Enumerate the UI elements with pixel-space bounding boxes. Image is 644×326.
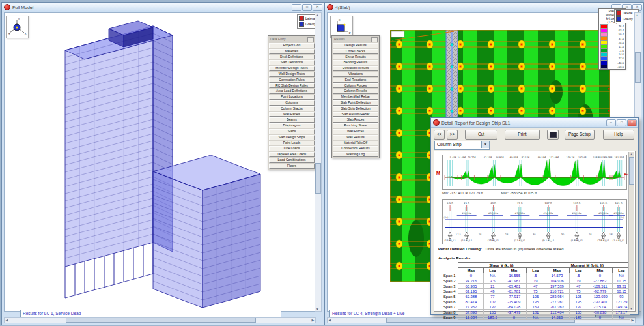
table-cell: -77.917 bbox=[501, 294, 527, 299]
full-model-titlebar[interactable]: Full Model – □ ✕ bbox=[2, 3, 324, 12]
svg-text:(1.4-R)_L1: (1.4-R)_L1 bbox=[613, 239, 624, 242]
panel-collapse-icon[interactable] bbox=[307, 37, 314, 42]
data-entry-load-combinations[interactable]: Load Combinations bbox=[269, 158, 315, 163]
results-connection-results[interactable]: Connection Results bbox=[333, 146, 378, 151]
data-entry-member-design-rules[interactable]: Member Design Rules bbox=[269, 66, 315, 71]
results-end-reactions[interactable]: End Reactions bbox=[333, 78, 378, 83]
scroll-thumb[interactable] bbox=[315, 163, 321, 194]
data-entry-project-grid[interactable]: Project Grid bbox=[269, 43, 315, 48]
restore-icon[interactable]: □ bbox=[617, 119, 626, 126]
dropdown-arrow-icon[interactable]: ▼ bbox=[481, 141, 489, 148]
cut-button[interactable]: Cut bbox=[465, 130, 497, 140]
moment-min-text: Min: -137.401 at 121.29 ft bbox=[442, 191, 483, 195]
data-entry-wall-design-rules[interactable]: Wall Design Rules bbox=[269, 72, 315, 77]
copy-image-button[interactable] bbox=[547, 130, 559, 140]
scroll-up-icon[interactable]: ▲ bbox=[629, 152, 634, 156]
results-warning-log[interactable]: Warning Log bbox=[333, 152, 378, 157]
table-cell: 60.15 bbox=[613, 289, 630, 294]
results-column-results[interactable]: Column Results bbox=[333, 89, 378, 94]
close-icon[interactable]: ✕ bbox=[313, 4, 322, 11]
results-panel-header[interactable]: Results bbox=[333, 37, 378, 42]
data-entry-wall-panels[interactable]: Wall Panels bbox=[269, 112, 315, 117]
data-entry-column-stacks[interactable]: Column Stacks bbox=[269, 106, 315, 111]
results-wall-forces[interactable]: Wall Forces bbox=[333, 129, 378, 134]
rebar-note-text: Units are shown in (in) unless otherwise… bbox=[486, 247, 565, 251]
data-entry-panel-header[interactable]: Data Entry bbox=[269, 37, 315, 42]
span-label: Span 5 bbox=[442, 294, 458, 299]
moment-minmax: Min: -137.401 at 121.29 ft Max: 283.954 … bbox=[442, 191, 553, 195]
table-cell: 277.361 bbox=[544, 299, 570, 304]
data-entry-slabs[interactable]: Slabs bbox=[269, 129, 315, 134]
results-code-checks[interactable]: Code Checks bbox=[333, 49, 378, 54]
results-slab-forces[interactable]: Slab Forces bbox=[333, 117, 378, 123]
data-entry-materials[interactable]: Materials bbox=[269, 49, 315, 54]
page-setup-button[interactable]: Page Setup bbox=[565, 130, 595, 140]
panel-collapse-icon[interactable] bbox=[371, 37, 378, 42]
results-shear-results[interactable]: Shear Results bbox=[333, 55, 378, 60]
table-cell: 210.721 bbox=[544, 289, 570, 294]
scroll-right-icon[interactable]: ▶ bbox=[311, 318, 315, 322]
slab-window-titlebar[interactable]: 4(Slab) – □ ✕ bbox=[325, 3, 643, 12]
scroll-thumb[interactable] bbox=[635, 52, 641, 83]
table-cell: -41.961 bbox=[501, 278, 527, 284]
print-button[interactable]: Print bbox=[505, 130, 540, 140]
svg-text:(13-R)_L1: (13-R)_L1 bbox=[488, 239, 499, 242]
results-member-wall-rebar[interactable]: Member/Wall Rebar bbox=[333, 95, 378, 100]
results-slab-results-rebar[interactable]: Slab Results/Rebar bbox=[333, 112, 378, 117]
results-wall-results[interactable]: Wall Results bbox=[333, 135, 378, 140]
data-entry-point-locations[interactable]: Point Locations bbox=[269, 95, 315, 100]
data-entry-tapered-area-loads[interactable]: Tapered Area Loads bbox=[269, 152, 315, 157]
data-entry-line-loads[interactable]: Line Loads bbox=[269, 146, 315, 151]
results-deflection-results[interactable]: Deflection Results bbox=[333, 66, 378, 71]
dialog-titlebar[interactable]: Detail Report for Design Strip SL1 – □ ✕ bbox=[431, 118, 638, 128]
minimize-icon[interactable]: – bbox=[606, 119, 616, 126]
results-design-results[interactable]: Design Results bbox=[333, 43, 378, 48]
data-entry-diaphragms[interactable]: Diaphragms bbox=[269, 123, 315, 128]
horizontal-scrollbar[interactable]: ◀ ▶ bbox=[4, 317, 316, 323]
span-label: Span 2 bbox=[442, 278, 458, 284]
strip-type-dropdown[interactable]: Column Strip ▼ bbox=[434, 141, 490, 150]
scroll-thumb[interactable] bbox=[66, 318, 256, 323]
data-entry-floors[interactable]: Floors bbox=[269, 164, 315, 169]
scroll-down-icon[interactable]: ▼ bbox=[629, 306, 634, 310]
help-button[interactable]: Help bbox=[603, 130, 634, 140]
scroll-thumb[interactable] bbox=[629, 157, 634, 185]
span-label: Span 9 bbox=[442, 315, 458, 320]
scroll-left-icon[interactable]: ◀ bbox=[328, 318, 332, 322]
prev-button[interactable]: << bbox=[434, 130, 445, 140]
data-entry-connection-rules[interactable]: Connection Rules bbox=[269, 78, 315, 83]
scroll-up-icon[interactable]: ▲ bbox=[635, 13, 639, 17]
maximize-icon[interactable]: □ bbox=[302, 4, 312, 11]
data-entry-rc-slab-design-rules[interactable]: RC Slab Design Rules bbox=[269, 83, 315, 89]
report-scrollbar[interactable]: ▲ ▼ bbox=[628, 152, 634, 310]
app-icon bbox=[433, 119, 440, 126]
minimize-icon[interactable]: – bbox=[292, 4, 301, 11]
table-cell: NA bbox=[613, 315, 630, 320]
data-entry-deck-definitions[interactable]: Deck Definitions bbox=[269, 55, 315, 60]
legend-value: -27.6 bbox=[609, 57, 624, 60]
data-entry-slab-design-strips[interactable]: Slab Design Strips bbox=[269, 135, 315, 140]
data-entry-area-load-definitions[interactable]: Area Load Definitions bbox=[269, 89, 315, 94]
data-entry-slab-definitions[interactable]: Slab Definitions bbox=[269, 60, 315, 65]
scroll-down-icon[interactable]: ▼ bbox=[315, 307, 320, 311]
scroll-right-icon[interactable]: ▶ bbox=[630, 318, 635, 322]
table-column-header: Min bbox=[501, 268, 527, 273]
data-entry-beams[interactable]: Beams bbox=[269, 117, 315, 123]
next-button[interactable]: >> bbox=[447, 130, 458, 140]
results-material-takeoff[interactable]: Material TakeOff bbox=[333, 141, 378, 146]
vertical-scrollbar[interactable]: ▲ ▼ bbox=[315, 12, 322, 312]
scroll-up-icon[interactable]: ▲ bbox=[315, 13, 320, 17]
data-entry-point-loads[interactable]: Point Loads bbox=[269, 141, 315, 146]
table-row: Span 915.034183.20NA14.2591830NA bbox=[442, 315, 630, 320]
results-slab-strip-deflection[interactable]: Slab Strip Deflection bbox=[333, 106, 378, 111]
status-text: Results for LC 1, Service Dead bbox=[23, 311, 81, 316]
results-column-forces[interactable]: Column Forces bbox=[333, 83, 378, 89]
results-punching-shear[interactable]: Punching Shear bbox=[333, 123, 378, 128]
results-vibrations[interactable]: Vibrations bbox=[333, 72, 378, 77]
close-icon[interactable]: ✕ bbox=[627, 119, 637, 126]
results-bending-results[interactable]: Bending Results bbox=[333, 60, 378, 65]
data-entry-columns[interactable]: Columns bbox=[269, 100, 315, 106]
scroll-left-icon[interactable]: ◀ bbox=[5, 318, 9, 322]
results-slab-point-deflection[interactable]: Slab Point Deflection bbox=[333, 100, 378, 106]
legend-value: 63.4 bbox=[609, 29, 624, 32]
